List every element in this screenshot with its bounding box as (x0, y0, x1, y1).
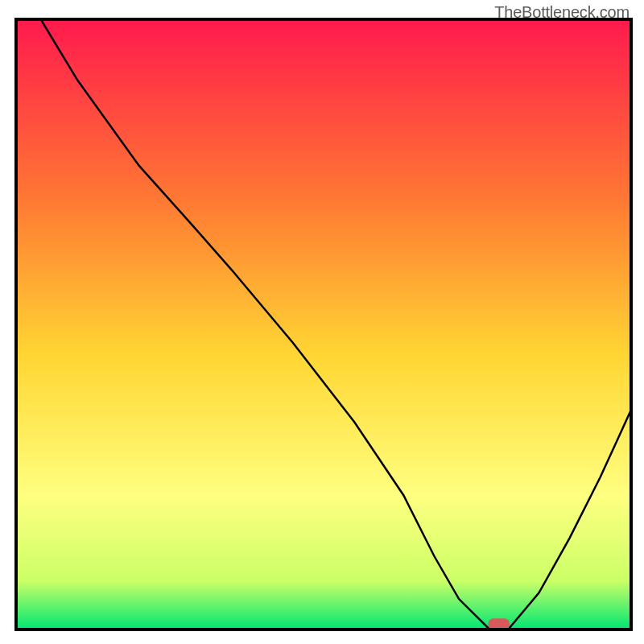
bottleneck-chart (0, 0, 644, 644)
chart-svg (0, 0, 644, 644)
optimum-marker (488, 618, 510, 630)
plot-background (16, 19, 631, 630)
